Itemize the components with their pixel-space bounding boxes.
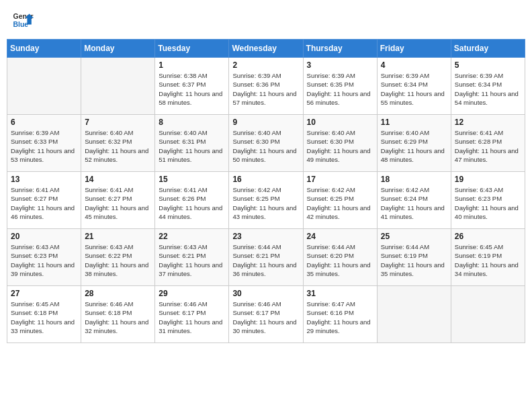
day-number: 9 (232, 118, 299, 127)
day-number: 7 (85, 118, 151, 127)
weekday-header-row: SundayMondayTuesdayWednesdayThursdayFrid… (7, 40, 525, 58)
day-info: Sunrise: 6:42 AM Sunset: 6:25 PM Dayligh… (232, 185, 299, 221)
day-info: Sunrise: 6:40 AM Sunset: 6:30 PM Dayligh… (307, 128, 373, 164)
day-number: 23 (232, 232, 299, 241)
day-number: 18 (381, 175, 447, 184)
logo-icon: General Blue (12, 9, 34, 31)
day-info: Sunrise: 6:46 AM Sunset: 6:18 PM Dayligh… (85, 300, 151, 335)
day-number: 31 (307, 289, 373, 298)
day-number: 27 (11, 289, 77, 298)
day-number: 4 (381, 60, 447, 70)
calendar-cell: 18Sunrise: 6:42 AM Sunset: 6:24 PM Dayli… (377, 172, 451, 229)
calendar-cell: 21Sunrise: 6:43 AM Sunset: 6:22 PM Dayli… (81, 229, 155, 286)
weekday-header-cell: Wednesday (229, 40, 303, 58)
day-info: Sunrise: 6:41 AM Sunset: 6:27 PM Dayligh… (11, 185, 77, 221)
day-info: Sunrise: 6:39 AM Sunset: 6:36 PM Dayligh… (232, 71, 299, 107)
calendar-cell: 17Sunrise: 6:42 AM Sunset: 6:25 PM Dayli… (303, 172, 377, 229)
calendar-cell: 24Sunrise: 6:44 AM Sunset: 6:20 PM Dayli… (303, 229, 377, 286)
day-info: Sunrise: 6:41 AM Sunset: 6:26 PM Dayligh… (159, 185, 225, 221)
weekday-header-cell: Sunday (7, 40, 81, 58)
calendar-cell: 11Sunrise: 6:40 AM Sunset: 6:29 PM Dayli… (377, 115, 451, 172)
day-info: Sunrise: 6:44 AM Sunset: 6:21 PM Dayligh… (232, 242, 299, 278)
day-number: 26 (455, 232, 521, 241)
day-number: 10 (307, 118, 373, 127)
day-number: 25 (381, 232, 447, 241)
weekday-header-cell: Monday (81, 40, 155, 58)
calendar-cell: 5Sunrise: 6:39 AM Sunset: 6:34 PM Daylig… (451, 58, 525, 115)
calendar-cell: 14Sunrise: 6:41 AM Sunset: 6:27 PM Dayli… (81, 172, 155, 229)
day-info: Sunrise: 6:42 AM Sunset: 6:25 PM Dayligh… (307, 185, 373, 221)
calendar-cell (7, 58, 81, 115)
day-number: 6 (11, 118, 77, 127)
day-info: Sunrise: 6:43 AM Sunset: 6:23 PM Dayligh… (11, 242, 77, 278)
calendar-cell: 26Sunrise: 6:45 AM Sunset: 6:19 PM Dayli… (451, 229, 525, 286)
calendar-week-row: 27Sunrise: 6:45 AM Sunset: 6:18 PM Dayli… (7, 286, 525, 343)
calendar-cell: 12Sunrise: 6:41 AM Sunset: 6:28 PM Dayli… (451, 115, 525, 172)
day-number: 29 (159, 289, 225, 298)
day-number: 22 (159, 232, 225, 241)
weekday-header-cell: Saturday (451, 40, 525, 58)
calendar-cell: 3Sunrise: 6:39 AM Sunset: 6:35 PM Daylig… (303, 58, 377, 115)
svg-text:Blue: Blue (13, 21, 29, 28)
weekday-header-cell: Thursday (303, 40, 377, 58)
day-info: Sunrise: 6:43 AM Sunset: 6:21 PM Dayligh… (159, 242, 225, 278)
calendar-cell: 6Sunrise: 6:39 AM Sunset: 6:33 PM Daylig… (7, 115, 81, 172)
day-number: 1 (159, 60, 225, 70)
calendar-week-row: 1Sunrise: 6:38 AM Sunset: 6:37 PM Daylig… (7, 58, 525, 115)
calendar-cell: 8Sunrise: 6:40 AM Sunset: 6:31 PM Daylig… (155, 115, 229, 172)
calendar-cell: 20Sunrise: 6:43 AM Sunset: 6:23 PM Dayli… (7, 229, 81, 286)
day-number: 16 (232, 175, 299, 184)
day-info: Sunrise: 6:44 AM Sunset: 6:19 PM Dayligh… (381, 242, 447, 278)
day-number: 17 (307, 175, 373, 184)
calendar-cell: 13Sunrise: 6:41 AM Sunset: 6:27 PM Dayli… (7, 172, 81, 229)
day-number: 5 (455, 60, 521, 70)
day-info: Sunrise: 6:40 AM Sunset: 6:30 PM Dayligh… (232, 128, 299, 164)
day-info: Sunrise: 6:46 AM Sunset: 6:17 PM Dayligh… (159, 300, 225, 335)
page-header: General Blue (7, 7, 525, 34)
day-info: Sunrise: 6:41 AM Sunset: 6:28 PM Dayligh… (455, 128, 521, 164)
calendar-week-row: 6Sunrise: 6:39 AM Sunset: 6:33 PM Daylig… (7, 115, 525, 172)
calendar-table: SundayMondayTuesdayWednesdayThursdayFrid… (7, 39, 525, 343)
day-number: 28 (85, 289, 151, 298)
day-info: Sunrise: 6:39 AM Sunset: 6:33 PM Dayligh… (11, 128, 77, 164)
day-number: 8 (159, 118, 225, 127)
calendar-cell: 10Sunrise: 6:40 AM Sunset: 6:30 PM Dayli… (303, 115, 377, 172)
day-info: Sunrise: 6:45 AM Sunset: 6:18 PM Dayligh… (11, 300, 77, 335)
day-info: Sunrise: 6:46 AM Sunset: 6:17 PM Dayligh… (232, 300, 299, 335)
calendar-cell: 16Sunrise: 6:42 AM Sunset: 6:25 PM Dayli… (229, 172, 303, 229)
day-info: Sunrise: 6:47 AM Sunset: 6:16 PM Dayligh… (307, 300, 373, 335)
calendar-cell: 19Sunrise: 6:43 AM Sunset: 6:23 PM Dayli… (451, 172, 525, 229)
day-number: 14 (85, 175, 151, 184)
day-info: Sunrise: 6:43 AM Sunset: 6:22 PM Dayligh… (85, 242, 151, 278)
weekday-header-cell: Friday (377, 40, 451, 58)
calendar-cell: 25Sunrise: 6:44 AM Sunset: 6:19 PM Dayli… (377, 229, 451, 286)
day-number: 20 (11, 232, 77, 241)
calendar-week-row: 20Sunrise: 6:43 AM Sunset: 6:23 PM Dayli… (7, 229, 525, 286)
calendar-cell: 4Sunrise: 6:39 AM Sunset: 6:34 PM Daylig… (377, 58, 451, 115)
calendar-week-row: 13Sunrise: 6:41 AM Sunset: 6:27 PM Dayli… (7, 172, 525, 229)
day-number: 15 (159, 175, 225, 184)
calendar-cell: 15Sunrise: 6:41 AM Sunset: 6:26 PM Dayli… (155, 172, 229, 229)
day-info: Sunrise: 6:45 AM Sunset: 6:19 PM Dayligh… (455, 242, 521, 278)
day-info: Sunrise: 6:40 AM Sunset: 6:32 PM Dayligh… (85, 128, 151, 164)
day-number: 12 (455, 118, 521, 127)
day-number: 3 (307, 60, 373, 70)
weekday-header-cell: Tuesday (155, 40, 229, 58)
day-info: Sunrise: 6:39 AM Sunset: 6:35 PM Dayligh… (307, 71, 373, 107)
calendar-cell: 30Sunrise: 6:46 AM Sunset: 6:17 PM Dayli… (229, 286, 303, 343)
calendar-cell: 2Sunrise: 6:39 AM Sunset: 6:36 PM Daylig… (229, 58, 303, 115)
day-number: 13 (11, 175, 77, 184)
calendar-cell (81, 58, 155, 115)
calendar-cell: 9Sunrise: 6:40 AM Sunset: 6:30 PM Daylig… (229, 115, 303, 172)
day-info: Sunrise: 6:42 AM Sunset: 6:24 PM Dayligh… (381, 185, 447, 221)
day-number: 11 (381, 118, 447, 127)
logo: General Blue (12, 9, 34, 31)
day-info: Sunrise: 6:41 AM Sunset: 6:27 PM Dayligh… (85, 185, 151, 221)
calendar-cell: 28Sunrise: 6:46 AM Sunset: 6:18 PM Dayli… (81, 286, 155, 343)
day-number: 21 (85, 232, 151, 241)
day-info: Sunrise: 6:40 AM Sunset: 6:31 PM Dayligh… (159, 128, 225, 164)
calendar-cell (451, 286, 525, 343)
day-info: Sunrise: 6:43 AM Sunset: 6:23 PM Dayligh… (455, 185, 521, 221)
day-info: Sunrise: 6:39 AM Sunset: 6:34 PM Dayligh… (381, 71, 447, 107)
calendar-cell: 29Sunrise: 6:46 AM Sunset: 6:17 PM Dayli… (155, 286, 229, 343)
